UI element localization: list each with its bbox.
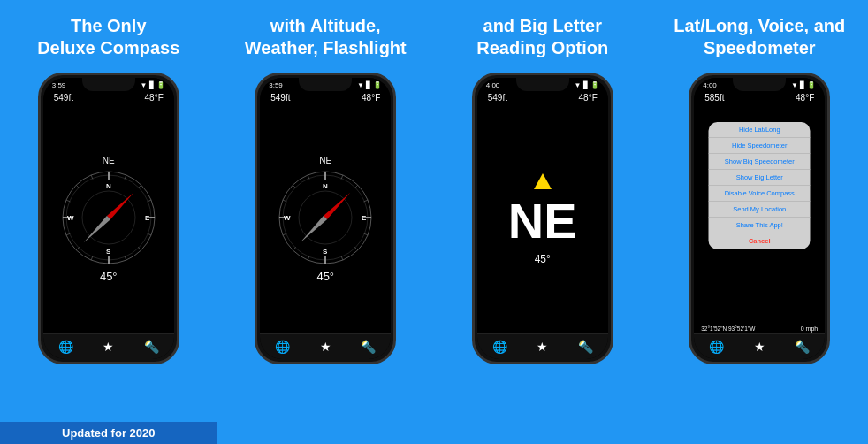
compass-area-1: NE <box>43 104 174 333</box>
svg-marker-48 <box>324 190 353 219</box>
svg-text:E: E <box>145 214 150 222</box>
time-1: 3:59 <box>52 81 66 89</box>
menu-show-big-speedometer[interactable]: Show Big Speedometer <box>709 154 811 170</box>
signal-1: ▼ ▊ 🔋 <box>140 81 164 89</box>
compass-svg-1: N S E W <box>60 169 157 266</box>
flashlight-icon-1: 🔦 <box>144 340 159 354</box>
globe-icon-4: 🌐 <box>709 340 724 354</box>
panel-4: Lat/Long, Voice, andSpeedometer 4:00 ▼ ▊… <box>651 0 869 444</box>
altitude-3: 549ft <box>488 93 507 103</box>
bottom-bar-1: 🌐 ★ 🔦 <box>43 333 174 359</box>
globe-icon-3: 🌐 <box>492 340 507 354</box>
phone-container-2: 3:59 ▼ ▊ 🔋 549ft 48°F NE <box>255 71 396 444</box>
panel-3: and Big LetterReading Option 4:00 ▼ ▊ 🔋 … <box>434 0 651 444</box>
big-ne-text: NE <box>508 196 577 246</box>
direction-label-2: NE <box>319 156 331 165</box>
menu-disable-voice[interactable]: Disable Voice Compass <box>709 186 811 202</box>
flashlight-icon-2: 🔦 <box>361 340 376 354</box>
bottom-bar-4: 🌐 ★ 🔦 <box>694 333 825 359</box>
flashlight-icon-4: 🔦 <box>795 340 810 354</box>
svg-marker-23 <box>107 190 136 219</box>
phone-container-1: 3:59 ▼ ▊ 🔋 549ft 48°F NE <box>38 71 179 422</box>
altitude-4: 585ft <box>704 93 724 103</box>
star-icon-1: ★ <box>103 340 114 354</box>
panel-2: with Altitude,Weather, Flashlight 3:59 ▼… <box>217 0 435 444</box>
svg-marker-24 <box>81 215 110 244</box>
gps-coords: 32°1'52"N 93°52'1"W <box>701 325 755 332</box>
info-bar-2: 549ft 48°F <box>260 91 391 104</box>
menu-share-app[interactable]: Share This App! <box>709 218 811 233</box>
svg-line-42 <box>293 247 296 250</box>
altitude-1: 549ft <box>54 93 73 103</box>
panel-1-footer: Updated for 2020 <box>0 422 217 444</box>
signal-4: ▼ ▊ 🔋 <box>791 81 816 89</box>
star-icon-3: ★ <box>537 340 548 354</box>
svg-marker-49 <box>299 215 328 244</box>
phone-2: 3:59 ▼ ▊ 🔋 549ft 48°F NE <box>255 73 396 364</box>
menu-cancel[interactable]: Cancel <box>709 233 811 249</box>
compass-area-2: NE N S <box>260 104 391 333</box>
svg-text:N: N <box>106 182 111 190</box>
big-letter-area: NE 45° <box>477 104 608 333</box>
menu-show-big-letter[interactable]: Show Big Letter <box>709 170 811 186</box>
signal-2: ▼ ▊ 🔋 <box>357 81 382 89</box>
menu-hide-speedometer[interactable]: Hide Speedometer <box>709 138 811 154</box>
panel-4-header: Lat/Long, Voice, andSpeedometer <box>663 0 856 71</box>
time-4: 4:00 <box>703 81 717 89</box>
degrees-1: 45° <box>100 270 118 283</box>
temp-4: 48°F <box>796 93 814 103</box>
bottom-bar-3: 🌐 ★ 🔦 <box>477 333 608 359</box>
panel-2-header: with Altitude,Weather, Flashlight <box>234 0 417 71</box>
action-menu: Hide Lat/Long Hide Speedometer Show Big … <box>709 122 811 249</box>
phone-container-3: 4:00 ▼ ▊ 🔋 549ft 48°F NE 45° 🌐 ★ 🔦 <box>472 71 613 444</box>
flashlight-icon-3: 🔦 <box>578 340 593 354</box>
info-bar-3: 549ft 48°F <box>477 91 608 104</box>
star-icon-2: ★ <box>320 340 331 354</box>
menu-send-location[interactable]: Send My Location <box>709 202 811 218</box>
screen-2: 3:59 ▼ ▊ 🔋 549ft 48°F NE <box>260 78 391 359</box>
compass-svg-2: N S E W <box>277 169 374 266</box>
gps-bar: 32°1'52"N 93°52'1"W 0 mph <box>694 324 825 333</box>
north-arrow-icon <box>534 173 552 189</box>
svg-text:N: N <box>323 182 328 190</box>
time-3: 4:00 <box>486 81 500 89</box>
notch-4 <box>733 75 786 91</box>
screen-1: 3:59 ▼ ▊ 🔋 549ft 48°F NE <box>43 78 174 359</box>
time-2: 3:59 <box>269 81 283 89</box>
altitude-2: 549ft <box>270 93 290 103</box>
globe-icon-2: 🌐 <box>275 340 290 354</box>
svg-text:W: W <box>284 214 291 222</box>
info-bar-4: 585ft 48°F <box>694 91 825 104</box>
temp-1: 48°F <box>145 93 164 103</box>
phone-4: 4:00 ▼ ▊ 🔋 585ft 48°F NE Hide Lat/Long H… <box>689 73 830 364</box>
notch-1 <box>82 75 135 91</box>
screen-4: 4:00 ▼ ▊ 🔋 585ft 48°F NE Hide Lat/Long H… <box>694 78 825 359</box>
svg-text:S: S <box>106 248 111 256</box>
svg-text:S: S <box>323 248 328 256</box>
direction-label-1: NE <box>103 156 115 165</box>
bottom-bar-2: 🌐 ★ 🔦 <box>260 333 391 359</box>
panel-1: The OnlyDeluxe Compass 3:59 ▼ ▊ 🔋 549ft … <box>0 0 217 444</box>
star-icon-4: ★ <box>754 340 765 354</box>
globe-icon-1: 🌐 <box>58 340 73 354</box>
temp-3: 48°F <box>579 93 598 103</box>
svg-text:E: E <box>362 214 367 222</box>
panel-1-header: The OnlyDeluxe Compass <box>27 0 190 71</box>
menu-hide-lat-long[interactable]: Hide Lat/Long <box>709 122 811 138</box>
phone-3: 4:00 ▼ ▊ 🔋 549ft 48°F NE 45° 🌐 ★ 🔦 <box>472 73 613 364</box>
phone-container-4: 4:00 ▼ ▊ 🔋 585ft 48°F NE Hide Lat/Long H… <box>689 71 830 444</box>
speed: 0 mph <box>801 325 818 332</box>
info-bar-1: 549ft 48°F <box>43 91 174 104</box>
degrees-2: 45° <box>316 270 334 283</box>
temp-2: 48°F <box>362 93 380 103</box>
svg-line-17 <box>76 247 80 250</box>
svg-line-20 <box>76 185 80 188</box>
phone-1: 3:59 ▼ ▊ 🔋 549ft 48°F NE <box>38 73 179 364</box>
svg-line-11 <box>138 185 141 188</box>
notch-2 <box>299 75 352 91</box>
svg-line-36 <box>354 185 358 188</box>
big-degrees: 45° <box>535 253 551 265</box>
signal-3: ▼ ▊ 🔋 <box>574 81 598 89</box>
svg-line-39 <box>354 247 358 250</box>
screen-3: 4:00 ▼ ▊ 🔋 549ft 48°F NE 45° 🌐 ★ 🔦 <box>477 78 608 359</box>
